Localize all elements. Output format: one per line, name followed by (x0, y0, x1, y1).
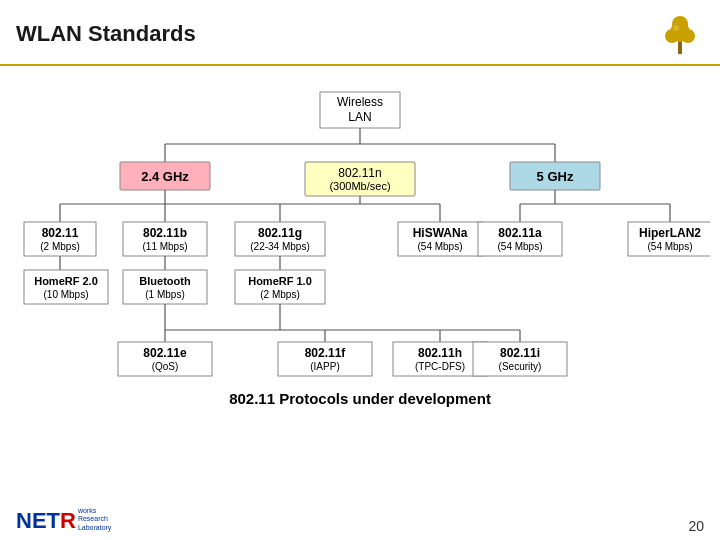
node-hiperlan2: HiperLAN2 (639, 226, 701, 240)
node-80211i-sub: (Security) (499, 361, 542, 372)
footer-logo: NET R works Research Laboratory (16, 507, 111, 534)
node-80211f: 802.11f (305, 346, 347, 360)
node-80211n: 802.11n (338, 166, 381, 180)
node-80211a: 802.11a (498, 226, 542, 240)
root-node-label2: LAN (348, 110, 371, 124)
node-hiperlan2-speed: (54 Mbps) (647, 241, 692, 252)
node-bluetooth: Bluetooth (139, 275, 191, 287)
footer-logo-netr: NET (16, 508, 60, 534)
footer: NET R works Research Laboratory 20 (0, 507, 720, 534)
node-80211f-sub: (IAPP) (310, 361, 339, 372)
footer-logo-subtext: works Research Laboratory (78, 507, 111, 534)
logo-icon (656, 10, 704, 58)
node-hiswana: HiSWANa (413, 226, 468, 240)
node-homerf2: HomeRF 2.0 (34, 275, 98, 287)
root-node-label: Wireless (337, 95, 383, 109)
header: WLAN Standards (0, 0, 720, 66)
page: WLAN Standards Wireless LAN (0, 0, 720, 540)
node-80211a-speed: (54 Mbps) (497, 241, 542, 252)
node-24ghz: 2.4 GHz (141, 169, 189, 184)
node-80211b: 802.11b (143, 226, 187, 240)
node-5ghz: 5 GHz (537, 169, 574, 184)
node-80211: 802.11 (42, 226, 79, 240)
svg-point-5 (673, 25, 679, 31)
node-hiswana-speed: (54 Mbps) (417, 241, 462, 252)
main-content: Wireless LAN 2.4 GHz 5 GHz 802.11n (300M… (0, 66, 720, 508)
node-homerf1-speed: (2 Mbps) (260, 289, 299, 300)
node-80211h-sub: (TPC-DFS) (415, 361, 465, 372)
page-title: WLAN Standards (16, 21, 196, 47)
node-homerf1: HomeRF 1.0 (248, 275, 312, 287)
tree-diagram: Wireless LAN 2.4 GHz 5 GHz 802.11n (300M… (10, 74, 710, 504)
node-80211i: 802.11i (500, 346, 540, 360)
footer-sub-works: works (78, 507, 111, 515)
node-80211b-speed: (11 Mbps) (142, 241, 187, 252)
node-homerf2-speed: (10 Mbps) (43, 289, 88, 300)
node-bluetooth-speed: (1 Mbps) (145, 289, 184, 300)
node-80211-speed: (2 Mbps) (40, 241, 79, 252)
footer-sub-laboratory: Laboratory (78, 524, 111, 532)
node-80211n-speed: (300Mb/sec) (329, 180, 390, 192)
node-80211e-sub: (QoS) (152, 361, 179, 372)
protocols-label: 802.11 Protocols under development (229, 390, 491, 407)
footer-logo-r: R (60, 508, 76, 534)
footer-sub-research: Research (78, 515, 111, 523)
node-80211g: 802.11g (258, 226, 302, 240)
node-80211e: 802.11e (143, 346, 187, 360)
svg-rect-0 (678, 40, 682, 54)
node-80211g-speed: (22-34 Mbps) (250, 241, 309, 252)
page-number: 20 (688, 518, 704, 534)
node-80211h: 802.11h (418, 346, 462, 360)
